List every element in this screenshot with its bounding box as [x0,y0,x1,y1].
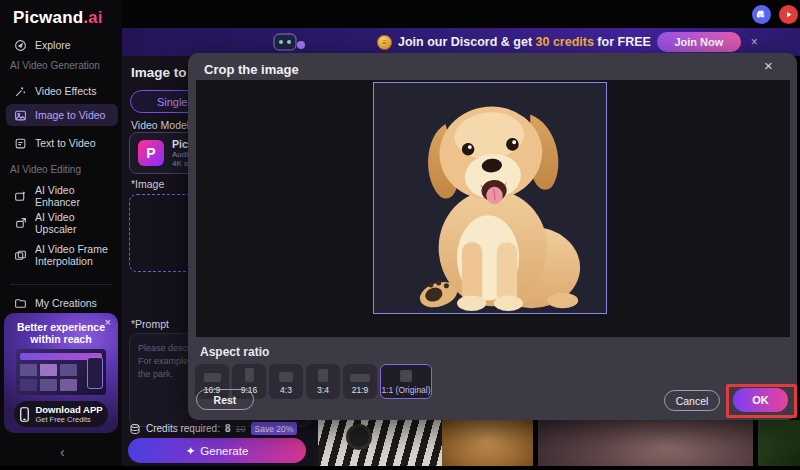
download-app-button[interactable]: Download APP Get Free Credits [14,401,108,427]
sparkle-icon: ✦ [186,444,196,458]
phone-icon [19,407,30,422]
sidebar-item-label: Video Effects [35,85,97,97]
credits-row: Credits required: 8 10 Save 20% [129,422,297,435]
gallery-thumb-lion[interactable] [442,420,533,466]
modal-title: Crop the image [204,62,299,77]
download-app-label: Download APP [35,405,102,415]
top-bar [122,0,800,28]
sidebar: Picwand.ai Explore AI Video Generation V… [0,0,122,470]
document-text-icon [14,137,27,150]
sidebar-item-label: Text to Video [35,137,96,149]
magic-wand-icon [14,85,27,98]
sidebar-item-label: AI Video Upscaler [35,211,118,235]
sidebar-item-ai-video-enhancer[interactable]: AI Video Enhancer [6,185,118,207]
sidebar-item-ai-video-frame-interpolation[interactable]: AI Video Frame Interpolation [6,238,118,272]
ratio-shape-icon [204,373,221,382]
credits-label: Credits required: [146,423,220,434]
sidebar-item-my-creations[interactable]: My Creations [6,292,118,314]
join-now-button[interactable]: Join Now [657,32,741,52]
prompt-label: *Prompt [131,318,169,330]
sidebar-item-video-effects[interactable]: Video Effects [6,80,118,102]
crop-selection[interactable] [373,82,607,314]
image-label: *Image [131,178,164,190]
gallery-thumb-grass[interactable] [758,420,800,466]
ratio-shape-icon [350,374,370,382]
bottom-edge [0,466,800,470]
rest-button[interactable]: Rest [196,389,254,410]
brand-suffix: .ai [83,8,103,27]
youtube-icon[interactable] [779,5,798,24]
picwand-app: Picwand.ai Explore AI Video Generation V… [0,0,800,470]
upscale-arrows-icon [14,217,27,230]
credits-current: 8 [225,423,231,434]
video-model-label: Video Model [131,119,189,131]
sidebar-item-label: AI Video Frame Interpolation [35,243,113,267]
generate-button[interactable]: ✦ Generate [128,438,306,463]
headphone-decor [346,424,372,450]
save-badge: Save 20% [251,422,298,435]
folder-icon [14,297,27,310]
puppy-image [385,95,595,313]
sidebar-item-label: Image to Video [35,109,105,121]
banner-text: Join our Discord & get 30 credits for FR… [398,35,651,49]
compass-icon [14,39,27,52]
sidebar-collapse-chevron-icon[interactable]: ‹ [60,444,65,460]
sidebar-item-label: My Creations [35,297,97,309]
aspect-tile-3-4[interactable]: 3:4 [306,364,340,399]
promo-thumbnail [16,349,106,395]
frames-icon [14,249,27,262]
download-app-subtitle: Get Free Credits [35,415,102,424]
ratio-shape-icon [318,369,328,382]
coin-icon: ≡ [377,35,392,50]
crop-modal: Crop the image × [188,53,797,420]
aspect-tile-1-1-original[interactable]: 1:1 (Original) [380,364,432,399]
picwand-model-logo: P [138,140,164,166]
brand-name: Picwand [13,8,83,27]
generate-label: Generate [200,445,248,457]
aspect-ratio-label: Aspect ratio [200,345,269,359]
discord-icon[interactable] [752,5,771,24]
gallery-thumb-zebra[interactable] [318,420,442,466]
ratio-shape-icon [279,372,293,382]
video-enhance-icon [14,190,27,203]
discord-banner: ≡ Join our Discord & get 30 credits for … [122,28,800,56]
promo-title: Better experience within reach [4,321,118,345]
robot-mascot-icon [272,31,306,53]
promo-card: × Better experience within reach Downloa… [4,313,118,433]
modal-close-icon[interactable]: × [764,57,773,74]
phone-preview [87,357,103,389]
gallery-thumb-sleeping-person[interactable] [538,420,753,466]
image-icon [14,109,27,122]
brand-logo[interactable]: Picwand.ai [13,8,103,28]
banner-close-icon[interactable]: × [751,35,758,49]
aspect-tile-21-9[interactable]: 21:9 [343,364,377,399]
ratio-shape-icon [400,370,412,382]
credits-original: 10 [235,424,245,434]
aspect-tile-4-3[interactable]: 4:3 [269,364,303,399]
annotation-highlight-box [726,384,797,418]
cancel-button[interactable]: Cancel [664,390,720,411]
ratio-shape-icon [245,368,254,382]
sidebar-section-generation: AI Video Generation [10,60,100,71]
crop-viewport [196,80,790,337]
sidebar-item-label: Explore [35,39,71,51]
sidebar-section-editing: AI Video Editing [10,164,81,175]
credits-coin-icon [129,423,141,435]
sidebar-item-label: AI Video Enhancer [35,184,118,208]
sidebar-item-ai-video-upscaler[interactable]: AI Video Upscaler [6,212,118,234]
sidebar-divider [10,284,112,285]
sidebar-item-image-to-video[interactable]: Image to Video [6,104,118,126]
sidebar-item-explore[interactable]: Explore [6,34,118,56]
sidebar-item-text-to-video[interactable]: Text to Video [6,132,118,154]
